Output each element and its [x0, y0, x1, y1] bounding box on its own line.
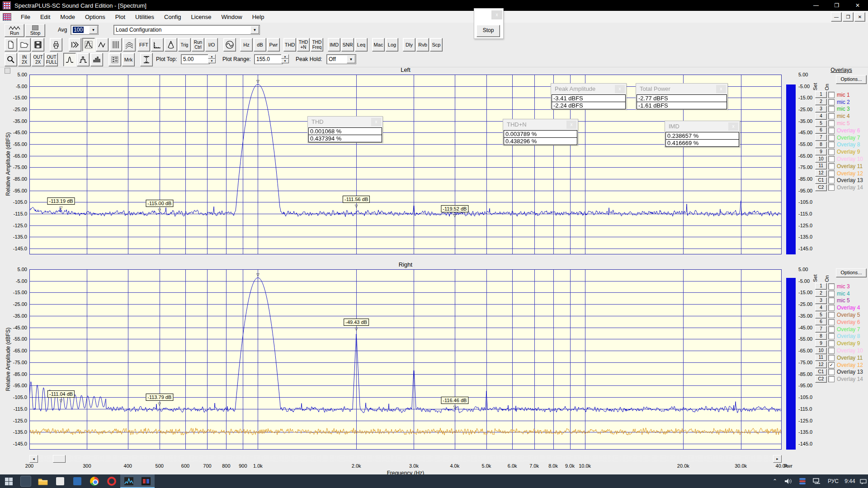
- plot-range-input[interactable]: 155.0: [254, 54, 283, 64]
- overlay-on-checkbox[interactable]: [828, 156, 835, 162]
- overlay-on-checkbox[interactable]: [828, 149, 835, 155]
- overlay-set-button[interactable]: 7: [815, 326, 827, 333]
- overlay-set-button[interactable]: 2: [815, 99, 827, 105]
- mdi-minimize-button[interactable]: —: [831, 12, 842, 22]
- signal-generator-button[interactable]: [223, 38, 236, 52]
- network-icon[interactable]: [810, 474, 824, 488]
- save-button[interactable]: [32, 38, 44, 52]
- overlay-set-button[interactable]: 5: [815, 120, 827, 127]
- language-indicator[interactable]: РУС: [825, 474, 842, 488]
- peak-hold-select[interactable]: Off▼: [326, 54, 356, 64]
- overlay-on-checkbox[interactable]: [828, 291, 835, 297]
- new-file-button[interactable]: [5, 38, 17, 52]
- overlay-set-button[interactable]: C2: [815, 184, 827, 191]
- run-button[interactable]: Run: [5, 24, 24, 37]
- overlay-set-button[interactable]: 5: [815, 312, 827, 319]
- overlay-on-checkbox[interactable]: [828, 355, 835, 361]
- snr-button[interactable]: SNR: [341, 38, 354, 52]
- mdi-restore-button[interactable]: ❐: [843, 12, 854, 22]
- overlay-on-checkbox[interactable]: [828, 297, 835, 304]
- io-button[interactable]: I/O: [205, 38, 218, 52]
- menu-help[interactable]: Help: [247, 12, 269, 22]
- horizontal-scrollbar[interactable]: ◄ ►: [29, 455, 782, 462]
- calipers-button[interactable]: [165, 38, 177, 52]
- overlays-options-button[interactable]: Options...: [836, 268, 867, 277]
- clock[interactable]: 9:44: [842, 474, 858, 488]
- taskbar-app-2[interactable]: [52, 474, 69, 488]
- thd-button[interactable]: THD: [283, 38, 296, 52]
- overlay-on-checkbox[interactable]: [828, 283, 835, 290]
- peak-value-label[interactable]: -111.04 dB: [47, 390, 75, 398]
- overlay-set-button[interactable]: 10: [815, 347, 827, 354]
- peak-value-label[interactable]: -49.43 dB: [344, 319, 369, 326]
- notification-icon[interactable]: [858, 474, 868, 488]
- peak-value-label[interactable]: -113.19 dB: [47, 197, 75, 205]
- close-icon[interactable]: x: [566, 121, 576, 129]
- scope-button[interactable]: Scp: [430, 38, 443, 52]
- waveform-view-button[interactable]: [96, 38, 108, 52]
- overlay-set-button[interactable]: C1: [815, 177, 827, 184]
- chevron-down-icon[interactable]: ▼: [250, 26, 259, 34]
- plot-top-spinner[interactable]: ▲▼: [208, 54, 216, 63]
- mac-button[interactable]: Mac: [372, 38, 385, 52]
- peak-value-label[interactable]: -116.46 dB: [441, 397, 468, 404]
- tray-chevron-icon[interactable]: ⌃: [769, 474, 781, 488]
- overlay-set-button[interactable]: 10: [815, 156, 827, 163]
- hz-button[interactable]: Hz: [240, 38, 253, 52]
- overlay-set-button[interactable]: 3: [815, 297, 827, 304]
- fft-button[interactable]: FFT: [137, 38, 150, 52]
- overlay-set-button[interactable]: 11: [815, 354, 827, 361]
- overlay-on-checkbox[interactable]: [828, 184, 835, 191]
- peak-value-label[interactable]: -113.79 dB: [146, 394, 173, 401]
- menu-file[interactable]: File: [16, 12, 35, 22]
- bar-plot-button[interactable]: [90, 53, 103, 66]
- close-icon[interactable]: x: [491, 10, 502, 19]
- minimize-button[interactable]: —: [806, 0, 826, 11]
- imd-button[interactable]: IMD: [328, 38, 340, 52]
- leq-button[interactable]: Leq: [355, 38, 368, 52]
- overlay-set-button[interactable]: 6: [815, 127, 827, 134]
- right-spectrum-plot[interactable]: [29, 269, 782, 450]
- overlay-on-checkbox[interactable]: [828, 99, 835, 105]
- overlay-on-checkbox[interactable]: [828, 141, 835, 148]
- overlay-on-checkbox[interactable]: [828, 177, 835, 183]
- surface-view-button[interactable]: [123, 38, 136, 52]
- scroll-left-arrow[interactable]: ◄: [29, 455, 38, 463]
- plot-top-input[interactable]: 5.00: [181, 54, 210, 64]
- trigger-button[interactable]: Trig: [178, 38, 191, 52]
- overlay-set-button[interactable]: C1: [815, 369, 827, 375]
- menu-plot[interactable]: Plot: [110, 12, 130, 22]
- range-button[interactable]: [140, 53, 153, 66]
- zoom-in-2x-button[interactable]: IN2X: [18, 53, 31, 66]
- chrome-icon[interactable]: [86, 474, 103, 488]
- overlay-set-button[interactable]: C2: [815, 376, 827, 383]
- line-plot-button[interactable]: [63, 53, 76, 66]
- close-button[interactable]: ✕: [847, 0, 868, 11]
- overlay-set-button[interactable]: 1: [815, 283, 827, 290]
- taskbar-app-4[interactable]: [137, 474, 155, 488]
- close-icon[interactable]: x: [728, 122, 738, 131]
- stop-button[interactable]: Stop: [25, 24, 45, 37]
- overlay-set-button[interactable]: 2: [815, 290, 827, 297]
- overlay-on-checkbox[interactable]: [828, 319, 835, 325]
- marker-button[interactable]: Mrk: [122, 53, 135, 66]
- print-button[interactable]: [50, 38, 62, 52]
- overlay-on-checkbox[interactable]: [828, 340, 835, 347]
- spectraplus-taskbar-icon[interactable]: [120, 474, 137, 488]
- menu-window[interactable]: Window: [216, 12, 247, 22]
- overlay-on-checkbox[interactable]: [828, 170, 835, 177]
- overlay-set-button[interactable]: 11: [815, 163, 827, 169]
- overlay-set-button[interactable]: 8: [815, 333, 827, 340]
- legend-button[interactable]: [108, 53, 121, 66]
- scroll-right-arrow[interactable]: ►: [773, 455, 782, 463]
- tray-app-icon[interactable]: [796, 474, 809, 488]
- overlay-set-button[interactable]: 3: [815, 106, 827, 113]
- close-icon[interactable]: x: [371, 118, 381, 126]
- overlay-on-checkbox[interactable]: [828, 333, 835, 339]
- overlay-on-checkbox[interactable]: [828, 369, 835, 375]
- open-file-button[interactable]: [18, 38, 31, 52]
- log-button[interactable]: Log: [386, 38, 398, 52]
- zoom-button[interactable]: [5, 53, 17, 66]
- overlay-set-button[interactable]: 12: [815, 361, 827, 368]
- file-explorer-icon[interactable]: [34, 474, 52, 488]
